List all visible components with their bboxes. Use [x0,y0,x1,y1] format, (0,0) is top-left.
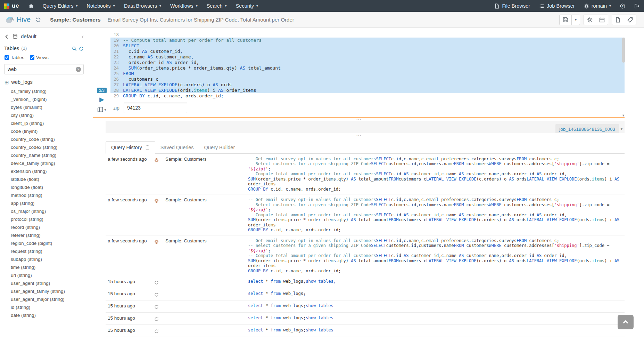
menu-item[interactable]: Workflows ▾ [166,0,202,12]
resize-grip[interactable]: ⋯ [93,133,625,137]
help-button[interactable] [616,0,630,12]
job-link[interactable]: job_1461888648136_0003 [555,124,619,133]
column-item[interactable]: date (string) [11,311,88,319]
history-row[interactable]: 15 hours ago select * from web_logs; [106,288,625,300]
tab-query-history[interactable]: Query History [106,141,155,154]
home-button[interactable] [24,0,38,12]
menu-item[interactable]: Search ▾ [202,0,231,12]
column-item[interactable]: country_code3 (string) [11,143,88,151]
new-query-button[interactable] [612,15,624,25]
database-back-button[interactable] [4,33,9,40]
variable-zip-input[interactable] [124,103,187,113]
column-item[interactable]: protocol (string) [11,215,88,223]
editor-line[interactable]: 23 ords.order_id AS order_id, [110,60,625,65]
column-item[interactable]: app (string) [11,199,88,207]
column-item[interactable]: country_code (string) [11,135,88,143]
editor-line[interactable]: 27 LATERAL VIEW EXPLODE(c.orders) o AS o… [110,82,625,88]
column-item[interactable]: city (string) [11,111,88,119]
column-item[interactable]: device_family (string) [11,159,88,167]
tags-button[interactable] [624,15,636,25]
menu-item[interactable]: Query Editors ▾ [38,0,82,12]
functions-menu-button[interactable]: ▾ [97,107,106,113]
editor-line[interactable]: 20 SELECT [110,43,625,49]
column-item[interactable]: extension (string) [11,167,88,175]
column-item[interactable]: time (string) [11,263,88,271]
column-item[interactable]: region_code (bigint) [11,239,88,247]
schedule-button[interactable] [596,15,608,25]
views-checkbox-input[interactable] [30,55,34,60]
column-item[interactable]: request (string) [11,247,88,255]
execute-button[interactable]: ▶ [99,96,104,103]
column-item[interactable]: method (string) [11,191,88,199]
editor-line[interactable]: 19 -- Compute total amount per order for… [110,38,625,43]
history-row[interactable]: 15 hours ago select * from web_logs;show… [106,300,625,313]
column-item[interactable]: country_name (string) [11,151,88,159]
history-row[interactable]: 15 hours ago select * from web_logs;show… [106,313,625,325]
settings-button[interactable] [584,15,596,25]
column-item[interactable]: user_agent_family (string) [11,287,88,295]
editor-line[interactable]: 21 c.id AS customer_id, [110,49,625,54]
history-query-name: Sample: Customers [165,197,248,233]
history-row[interactable]: a few seconds ago Sample: Customers -- G… [106,194,625,235]
menu-item[interactable]: Notebooks ▾ [82,0,119,12]
log-scrollbar[interactable]: ▼ [619,121,624,133]
clear-filter-icon[interactable]: × [76,67,81,72]
scroll-down-arrow[interactable]: ▼ [619,125,624,133]
database-name[interactable]: default [21,33,36,39]
collapse-panel-button[interactable]: ‹ [82,33,84,40]
history-row[interactable]: 15 hours ago select * from web_logs;show… [106,325,625,337]
column-item[interactable]: client_ip (string) [11,119,88,127]
column-item[interactable]: longitude (float) [11,183,88,191]
scroll-down-arrow[interactable]: ▼ [621,114,626,117]
editor-line[interactable]: 26 customers c [110,77,625,82]
hue-logo[interactable]: ue [0,0,24,12]
resize-grip[interactable]: ⋯ [93,117,625,121]
save-button[interactable] [559,15,572,25]
editor-line[interactable]: 25 FROM [110,71,625,77]
editor-line[interactable]: 22 c.name AS customer_name, [110,54,625,60]
job-browser-button[interactable]: Job Browser [535,0,579,12]
table-filter-input[interactable] [4,64,84,74]
views-checkbox[interactable]: Views [30,55,49,60]
history-row[interactable]: 15 hours ago select * from web_logs;show… [106,276,625,288]
editor-line[interactable]: 18 [110,32,625,38]
app-name[interactable]: Hive [17,16,31,24]
scroll-to-top-button[interactable] [618,315,634,329]
history-row[interactable]: a few seconds ago Sample: Customers -- G… [106,154,625,195]
editor-scrollbar[interactable]: ▼ [621,32,626,117]
column-item[interactable]: referer (string) [11,231,88,239]
save-dropdown-button[interactable]: ▾ [571,15,580,25]
assist-search-button[interactable] [72,45,77,51]
column-item[interactable]: url (string) [11,271,88,279]
menu-item[interactable]: Security ▾ [231,0,263,12]
tab-query-builder[interactable]: Query Builder [199,142,240,153]
history-query-name [165,315,248,322]
column-item[interactable]: code (tinyint) [11,127,88,135]
file-browser-button[interactable]: File Browser [490,0,535,12]
tables-checkbox[interactable]: Tables [5,55,24,60]
column-item[interactable]: bytes (smallint) [11,103,88,111]
editor-line[interactable]: 29 GROUP BY c.id, c.name, ords.order_id; [110,93,625,99]
menu-item[interactable]: Data Browsers ▾ [119,0,166,12]
sql-editor[interactable]: 18 19 -- Compute total amount per order … [110,32,625,99]
column-item[interactable]: subapp (string) [11,255,88,263]
column-item[interactable]: record (string) [11,223,88,231]
editor-line[interactable]: 28 LATERAL VIEW EXPLODE(ords.items) i AS… [110,88,625,93]
table-item-web-logs[interactable]: ⊞ web_logs [0,76,88,87]
column-item[interactable]: os_major (string) [11,207,88,215]
tab-saved-queries[interactable]: Saved Queries [155,142,199,153]
column-item[interactable]: user_agent (string) [11,279,88,287]
column-item[interactable]: user_agent_major (string) [11,295,88,303]
history-row[interactable]: a few seconds ago Sample: Customers -- G… [106,235,625,276]
column-item[interactable]: latitude (float) [11,175,88,183]
assist-refresh-button[interactable] [79,45,84,51]
scrollbar-thumb[interactable] [622,38,625,63]
editor-line[interactable]: 24 SUM(order_items.price * order_items.q… [110,65,625,71]
logout-button[interactable] [630,0,644,12]
user-menu[interactable]: romain ▾ [579,0,616,12]
column-item[interactable]: id (string) [11,303,88,311]
column-item[interactable]: os_family (string) [11,87,88,95]
query-history-button[interactable] [35,17,41,23]
column-item[interactable]: _version_ (bigint) [11,95,88,103]
tables-checkbox-input[interactable] [5,55,9,60]
